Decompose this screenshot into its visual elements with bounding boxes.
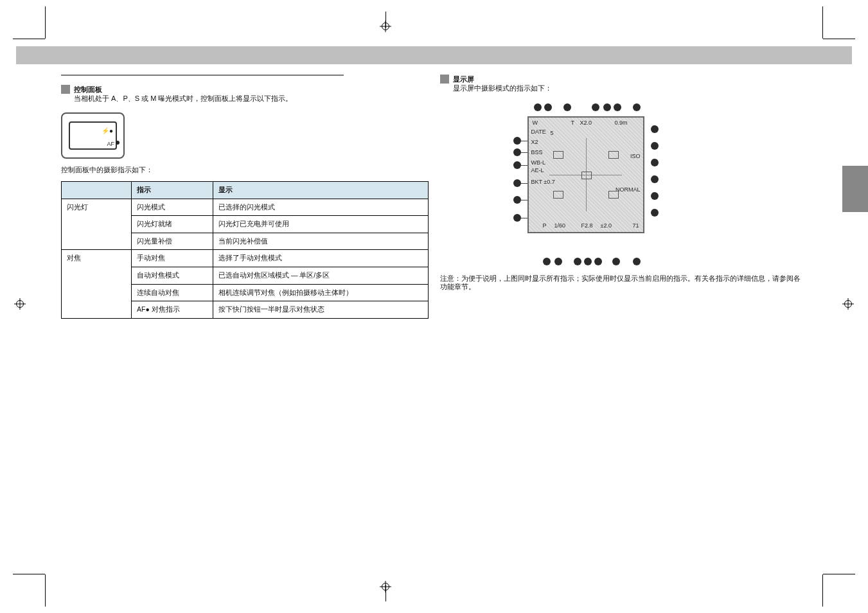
lcd-dist: 0.9m [614,120,627,126]
left-columns-intro: 当相机处于 A、P、S 或 M 曝光模式时，控制面板上将显示以下指示。 [74,94,429,103]
callout-dot-icon [651,209,659,217]
cell: 手动对焦 [132,250,213,267]
right-column: 显示屏 显示屏中摄影模式的指示如下： W T X2.0 [440,75,808,319]
callout-dot-icon [513,137,521,145]
lcd-x2: X2 [531,139,538,145]
section-title-right: 显示屏 [453,75,474,83]
section-index-tab [842,166,868,212]
th-display: 显示 [213,181,429,199]
callout-dot-icon [513,196,521,204]
callout-dot-icon [651,142,659,150]
diagram-footnote: 注意：为便于说明，上图同时显示所有指示；实际使用时仅显示当前启用的指示。有关各指… [440,274,808,292]
th-indicator: 指示 [132,181,213,199]
callout-dot-icon [513,161,521,169]
cell: 连续自动对焦 [132,284,213,301]
callout-dot-icon [603,103,611,111]
lcd-wbl: WB-L [531,160,546,166]
lcd-norm: NORMAL [616,187,641,193]
lcd-ael: AE-L [531,168,544,173]
callout-dot-icon [633,258,641,265]
callout-dot-icon [614,103,621,111]
section-title-left: 控制面板 [74,85,102,93]
callout-dot-icon [513,179,521,187]
cell: 闪光灯就绪 [132,216,213,233]
cell: 已选择的闪光模式 [213,199,429,216]
lcd-iso: ISO [630,154,641,159]
callout-dot-icon [651,175,659,183]
right-intro: 显示屏中摄影模式的指示如下： [453,84,801,93]
lcd-tele-icon: T [571,120,575,126]
lcd-shots: 71 [632,223,639,229]
cell: 已选自动对焦区域模式 — 单区/多区 [213,267,429,285]
lcd-ap: F2.8 [581,223,593,229]
lcd-screen-illustration: W T X2.0 0.9m DATE 5 X2 BSS WB-L AE-L BK… [527,116,644,233]
callout-dot-icon [543,258,551,265]
indicators-table: 指示 显示 闪光灯 闪光模式 已选择的闪光模式 闪光灯就绪 闪光灯已充电并可使用 [61,181,429,319]
callout-dot-icon [612,258,620,265]
lcd-wide-icon: W [533,120,538,126]
callout-dot-icon [554,258,562,265]
lcd-ss: 1/60 [554,223,566,229]
lcd-timer: 5 [551,130,554,136]
lcd-bkt: BKT ±0.7 [531,179,555,185]
cell: 闪光量补偿 [132,233,213,250]
table-lead: 控制面板中的摄影指示如下： [61,165,429,174]
callout-dot-icon [651,192,659,200]
callout-dot-icon [651,125,659,133]
control-panel-illustration: ⚡● AF [61,112,125,159]
callout-dot-icon [563,103,571,111]
af-indicator-dot-icon [116,141,120,145]
callout-dot-icon [633,103,641,111]
row-group-focus: 对焦 [62,250,132,319]
callout-dot-icon [594,258,602,265]
lcd-ev: ±2.0 [601,223,612,229]
cell: AF● 对焦指示 [132,301,213,319]
callout-dot-icon [534,103,542,111]
callout-dot-icon [544,103,552,111]
lcd-bss: BSS [531,150,543,155]
callout-dot-icon [513,148,521,156]
callout-dot-icon [574,258,581,265]
th-blank [62,181,132,199]
cell: 相机连续调节对焦（例如拍摄移动主体时） [213,284,429,301]
section-marker-icon [61,85,70,94]
left-column: 控制面板 当相机处于 A、P、S 或 M 曝光模式时，控制面板上将显示以下指示。… [61,75,429,319]
lcd-date: DATE [531,129,546,135]
cell: 选择了手动对焦模式 [213,250,429,267]
monitor-diagram: W T X2.0 0.9m DATE 5 X2 BSS WB-L AE-L BK… [511,100,659,267]
lcd-mode: P [543,223,547,229]
section-rule [61,75,344,76]
cell: 闪光模式 [132,199,213,216]
callout-dot-icon [584,258,592,265]
section-marker-icon [440,75,449,84]
callout-dot-icon [651,159,659,166]
lcd-zoom: X2.0 [580,120,592,126]
cell: 闪光灯已充电并可使用 [213,216,429,233]
callout-dot-icon [513,214,521,222]
callout-dot-icon [592,103,599,111]
row-group-flash: 闪光灯 [62,199,132,250]
flash-ready-icon: ⚡● [102,127,113,135]
af-label: AF [107,141,114,147]
page-header-band [16,46,852,64]
cell: 当前闪光补偿值 [213,233,429,250]
cell: 自动对焦模式 [132,267,213,285]
cell: 按下快门按钮一半时显示对焦状态 [213,301,429,319]
